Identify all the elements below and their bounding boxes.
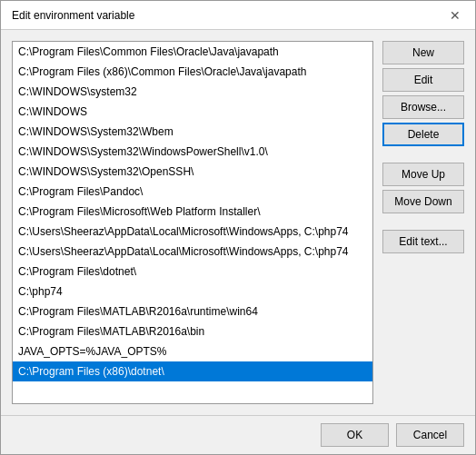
list-item[interactable]: C:\Program Files\Microsoft\Web Platform … — [13, 202, 372, 222]
dialog-footer: OK Cancel — [1, 415, 475, 454]
list-item[interactable]: C:\Users\Sheeraz\AppData\Local\Microsoft… — [13, 242, 372, 262]
list-item[interactable]: C:\Program Files (x86)\Common Files\Orac… — [13, 62, 372, 82]
list-item[interactable]: C:\Users\Sheeraz\AppData\Local\Microsoft… — [13, 222, 372, 242]
title-bar: Edit environment variable ✕ — [1, 1, 475, 30]
move-up-button[interactable]: Move Up — [382, 163, 464, 186]
list-item[interactable]: C:\Program Files\dotnet\ — [13, 262, 372, 282]
buttons-panel: New Edit Browse... Delete Move Up Move D… — [382, 41, 464, 404]
ok-button[interactable]: OK — [321, 423, 389, 447]
list-item[interactable]: C:\WINDOWS\System32\Wbem — [13, 122, 372, 142]
dialog-title: Edit environment variable — [12, 9, 134, 22]
list-item[interactable]: C:\WINDOWS\System32\WindowsPowerShell\v1… — [13, 142, 372, 162]
list-item[interactable]: C:\WINDOWS\system32 — [13, 82, 372, 102]
env-var-list[interactable]: C:\Program Files\Common Files\Oracle\Jav… — [12, 41, 373, 404]
edit-env-var-dialog: Edit environment variable ✕ C:\Program F… — [0, 0, 476, 455]
edit-button[interactable]: Edit — [382, 68, 464, 92]
list-item[interactable]: JAVA_OPTS=%JAVA_OPTS% — [13, 341, 372, 361]
list-item[interactable]: C:\Program Files\MATLAB\R2016a\runtime\w… — [13, 302, 372, 321]
list-item[interactable]: C:\Program Files (x86)\dotnet\ — [13, 361, 372, 381]
spacer1 — [382, 150, 464, 159]
list-item[interactable]: C:\WINDOWS — [13, 102, 372, 122]
list-item[interactable]: C:\Program Files\Pandoc\ — [13, 182, 372, 202]
delete-button[interactable]: Delete — [382, 123, 464, 146]
browse-button[interactable]: Browse... — [382, 95, 464, 119]
list-item[interactable]: C:\WINDOWS\System32\OpenSSH\ — [13, 162, 372, 182]
list-item[interactable]: C:\php74 — [13, 282, 372, 302]
move-down-button[interactable]: Move Down — [382, 190, 464, 213]
list-item[interactable]: C:\Program Files\Common Files\Oracle\Jav… — [13, 42, 372, 62]
dialog-body: C:\Program Files\Common Files\Oracle\Jav… — [1, 30, 475, 415]
cancel-button[interactable]: Cancel — [396, 423, 464, 447]
spacer2 — [382, 217, 464, 226]
list-item[interactable]: C:\Program Files\MATLAB\R2016a\bin — [13, 321, 372, 341]
close-button[interactable]: ✕ — [446, 6, 464, 25]
edit-text-button[interactable]: Edit text... — [382, 230, 464, 253]
new-button[interactable]: New — [382, 41, 464, 64]
